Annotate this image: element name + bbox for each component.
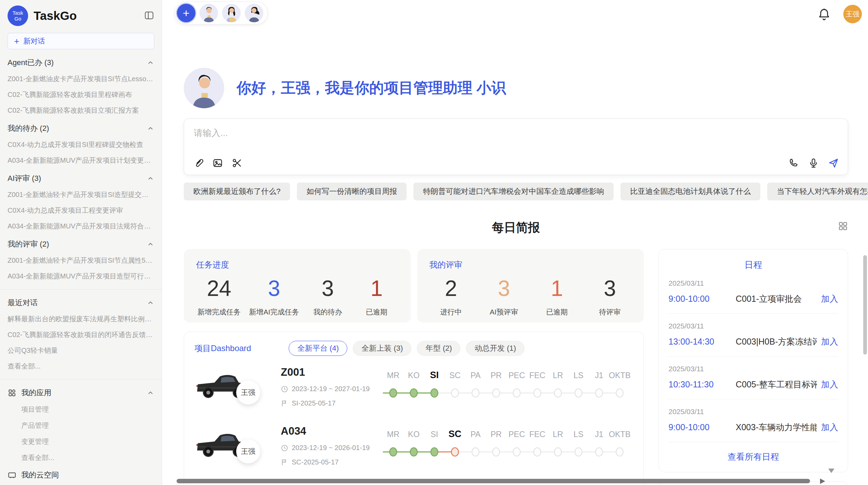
sidebar-item[interactable]: C02-飞腾新能源轻客改款项目里程碑画布 — [8, 90, 154, 99]
vertical-scrollbar-thumb[interactable] — [863, 255, 867, 355]
chevron-up-icon — [147, 240, 154, 248]
layout-grid-icon[interactable] — [838, 221, 848, 231]
panel-collapse-icon — [144, 10, 154, 22]
chevron-up-icon — [147, 59, 154, 66]
agent-avatar-2[interactable] — [222, 4, 241, 22]
dashboard-tab[interactable]: 动总开发 (1) — [466, 341, 525, 356]
logo-row: Task Go TaskGo — [8, 5, 154, 26]
suggestion-chip[interactable]: 特朗普可能对进口汽车增税会对中国车企造成哪些影响 — [413, 183, 614, 200]
app-link[interactable]: 变更管理 — [21, 437, 154, 446]
recent-chat-item[interactable]: 公司Q3轻卡销量 — [8, 346, 154, 355]
app-link[interactable]: 查看全部... — [21, 453, 154, 462]
view-all-schedule-link[interactable]: 查看所有日程 — [668, 442, 838, 469]
app-title: TaskGo — [34, 9, 138, 23]
sidebar-group-header[interactable]: 我的待办 (2) — [8, 123, 154, 134]
suggestion-chip[interactable]: 欧洲新规最近颁布了什么? — [184, 183, 290, 200]
agent-avatar-1[interactable] — [200, 4, 218, 22]
recent-chat-item[interactable]: C02-飞腾新能源轻客改款项目的闭环通告反馈情况 — [8, 330, 154, 339]
schedule-date: 2025/03/11 — [668, 365, 838, 373]
join-link[interactable]: 加入 — [821, 336, 838, 347]
sidebar-item[interactable]: C02-飞腾新能源轻客改款项目立项汇报方案 — [8, 106, 154, 115]
sidebar-collapse-button[interactable] — [144, 10, 154, 22]
sidebar-group-header[interactable]: Agent已办 (3) — [8, 58, 154, 68]
my-apps-label: 我的应用 — [21, 388, 142, 398]
svg-text:LS: LS — [574, 371, 583, 380]
join-link[interactable]: 加入 — [821, 379, 838, 390]
add-agent-button[interactable]: + — [177, 4, 195, 22]
stat-list: 2 进行中 3 AI预评审 — [430, 276, 632, 317]
svg-text:J1: J1 — [595, 430, 603, 439]
app-link[interactable]: 产品管理 — [21, 421, 154, 430]
chevron-up-icon — [147, 389, 154, 397]
stat-card: 我的评审 2 进行中 3 — [417, 249, 644, 323]
project-row[interactable]: 王强 Z001 2023-12-19 ~ 2027-01-19 — [194, 365, 633, 415]
app-link[interactable]: 项目管理 — [21, 405, 154, 414]
schedule-date: 2025/03/11 — [668, 279, 838, 287]
send-icon[interactable] — [828, 158, 839, 169]
horizontal-scrollbar-thumb[interactable] — [177, 479, 810, 483]
recent-chat-item[interactable]: 解释最新出台的欧盟报废车法规再生塑料比例被调至15%... — [8, 314, 154, 324]
notification-bell-icon[interactable] — [817, 7, 831, 21]
schedule-date: 2025/03/11 — [668, 408, 838, 416]
join-link[interactable]: 加入 — [821, 293, 838, 304]
new-chat-label: 新对话 — [23, 36, 45, 46]
greeting-row: 你好，王强，我是你的项目管理助理 小识 — [184, 68, 848, 108]
join-link[interactable]: 加入 — [821, 422, 838, 433]
stat-value: 3 — [249, 276, 299, 301]
sidebar-item[interactable]: C0X4-动力总成开发项目工程变更评审 — [8, 206, 154, 215]
group-items: Z001-全新燃油轻卡产品开发项目SI造型提交物评审 C0X4-动力总成开发项目… — [8, 190, 154, 231]
project-car: 王强 — [194, 424, 281, 474]
attachment-icon[interactable] — [193, 158, 204, 169]
dashboard-tab[interactable]: 年型 (2) — [417, 341, 460, 356]
sidebar-item[interactable]: C0X4-动力总成开发项目SI里程碑提交物检查 — [8, 140, 154, 149]
voice-call-icon[interactable] — [788, 158, 799, 169]
suggestion-chip[interactable]: 比亚迪全固态电池计划具体说了什么 — [620, 183, 760, 200]
user-avatar[interactable]: 王强 — [843, 5, 862, 23]
agent-switcher: + — [174, 2, 268, 24]
scroll-right-arrow[interactable] — [820, 478, 825, 484]
sidebar-item[interactable]: Z001-全新燃油轻卡产品开发项目SI造型提交物评审 — [8, 190, 154, 199]
svg-text:SI: SI — [430, 370, 439, 380]
project-row[interactable]: 王强 A034 2023-12-19 ~ 2026-01-19 — [194, 424, 633, 474]
recent-chats-header[interactable]: 最近对话 — [8, 298, 154, 308]
scroll-down-arrow[interactable] — [828, 469, 834, 473]
svg-text:J1: J1 — [595, 371, 603, 380]
left-column: 任务进度 24 新增完成任务 3 — [184, 249, 644, 485]
stats-row: 任务进度 24 新增完成任务 3 — [184, 249, 644, 323]
sidebar-item[interactable]: Z001-全新燃油轻卡产品开发项目SI节点属性5D文件评审 — [8, 256, 154, 265]
sidebar-item[interactable]: Z001-全新燃油皮卡产品开发项目SI节点Lesson Learn报告 — [8, 74, 154, 84]
scissors-icon[interactable] — [231, 158, 242, 169]
dashboard-tab[interactable]: 全新上装 (3) — [353, 341, 411, 356]
stat: 3 待评审 — [590, 276, 630, 317]
suggestion-chip[interactable]: 当下年轻人对汽车外观有怎样的喜好趋势 — [767, 183, 868, 200]
agent-avatar-3[interactable] — [245, 4, 263, 22]
project-rows: 王强 Z001 2023-12-19 ~ 2027-01-19 — [194, 365, 633, 474]
new-chat-button[interactable]: + 新对话 — [8, 33, 154, 49]
project-car: 王强 — [194, 365, 281, 415]
briefing-columns: 任务进度 24 新增完成任务 3 — [184, 249, 848, 485]
stat: 2 进行中 — [431, 276, 471, 317]
suggestion-chip[interactable]: 如何写一份清晰的项目周报 — [297, 183, 407, 200]
dashboard-tab[interactable]: 全新平台 (4) — [289, 341, 347, 356]
sidebar-item[interactable]: A034-全新新能源MUV产品开发项目造型可行性评审 — [8, 272, 154, 281]
image-upload-icon[interactable] — [212, 158, 223, 169]
my-apps-header[interactable]: 我的应用 — [8, 388, 154, 398]
schedule-time: 13:00-14:30 — [668, 337, 736, 347]
recent-view-all-link[interactable]: 查看全部... — [8, 362, 154, 371]
sidebar-group-header[interactable]: AI评审 (3) — [8, 173, 154, 184]
group-title: 我的待办 (2) — [8, 123, 147, 134]
sidebar-item[interactable]: A034-全新新能源MUV产品开发项目计划变更表编写 — [8, 156, 154, 165]
sidebar-item[interactable]: A034-全新新能源MUV产品开发项目法规符合性评审 — [8, 222, 154, 231]
stat-label: 新增AI完成任务 — [249, 307, 299, 317]
svg-text:KO: KO — [408, 430, 420, 439]
stat-value: 3 — [484, 276, 524, 301]
recent-chat-items: 解释最新出台的欧盟报废车法规再生塑料比例被调至15%... C02-飞腾新能源轻… — [8, 314, 154, 355]
chevron-up-icon — [147, 299, 154, 307]
sidebar-item-cloud-space[interactable]: 我的云空间 — [8, 470, 154, 480]
sidebar-task-groups: Agent已办 (3) Z001-全新燃油皮卡产品开发项目SI节点Lesson … — [8, 58, 154, 281]
chat-input[interactable] — [194, 128, 838, 138]
microphone-icon[interactable] — [808, 158, 819, 169]
sidebar-group-header[interactable]: 我的评审 (2) — [8, 239, 154, 249]
assistant-avatar — [184, 68, 224, 108]
apps-grid-icon — [8, 388, 16, 397]
